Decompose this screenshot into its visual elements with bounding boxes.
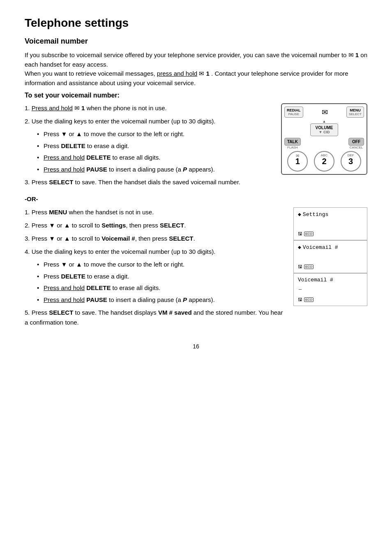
bullet-4-1: Press ▼ or ▲ to move the cursor to the l… [37,260,285,269]
intro-text-2: When you want to retrieve voicemail mess… [25,70,155,77]
or-step-3: 3. Press ▼ or ▲ to scroll to Voicemail #… [25,234,285,244]
step-1-numkey: 1 [81,104,85,111]
step-1-icon: ✉ [74,104,81,111]
screen-1-arrow: ◆ [298,211,301,218]
or-step-2-bold2: SELECT [160,222,184,229]
cid-label: ▼ CID [316,130,333,134]
phone-keypad-diagram: REDIAL PAUSE ✉ MENU SELECT ▲ VOLUME ▼ CI… [281,103,367,175]
bullet-list-2: Press ▼ or ▲ to move the cursor to the l… [37,130,273,174]
cancel-label: CANCEL [348,146,364,149]
step-1-hold: Press and hold [32,104,73,111]
talk-flash-btn: TALK FLASH [284,138,301,149]
lcd-screen-3: Voicemail # — 🖫 ECO [293,273,367,306]
step-1-after: when the phone is not in use. [87,104,167,111]
top-section: 1. Press and hold ✉ 1 when the phone is … [25,103,367,190]
or-step-1-bold: MENU [49,209,67,216]
intro-num-2: 1 [206,70,210,77]
step-3-bold: SELECT [49,179,73,186]
or-step-3-bold1: Voicemail # [101,235,135,242]
bullet-2-4: Press and hold PAUSE to insert a dialing… [37,165,273,174]
or-step-5: 5. Press SELECT to save. The handset dis… [25,308,285,327]
step-1-num: 1. [25,104,32,111]
bullet-2-1: Press ▼ or ▲ to move the cursor to the l… [37,130,273,139]
keypad-top-row: REDIAL PAUSE ✉ MENU SELECT [284,107,364,118]
off-btn: OFF [348,138,364,146]
key-3-btn: DEF 3 [341,151,361,172]
lcd-screens: ◆ Settings 🖫 ECO ◆ Voicemail # 🖫 ECO Voi… [293,207,367,306]
intro-icon-1: ✉ [348,51,354,58]
screen-1-top: ◆ Settings [298,211,363,218]
screen-3-cursor: — [299,287,363,292]
or-step-1: 1. Press MENU when the handset is not in… [25,207,285,217]
volume-area: ▲ VOLUME ▼ CID [284,119,364,136]
bullet-4-4: Press and hold PAUSE to insert a dialing… [37,295,285,305]
key-2-num: 2 [322,157,326,166]
talk-btn: TALK [284,138,301,146]
set-heading: To set your voicemail number: [25,92,367,99]
step-2: 2. Use the dialing keys to enter the voi… [25,116,273,126]
or-step-4: 4. Use the dialing keys to enter the voi… [25,247,285,257]
screen-1-eco-badge: ECO [304,232,314,236]
talk-off-row: TALK FLASH OFF CANCEL [284,138,364,149]
volume-label: VOLUME [316,125,333,130]
intro-text-1: If you subscribe to voicemail service of… [25,51,346,58]
step-1: 1. Press and hold ✉ 1 when the phone is … [25,103,273,113]
bullet-2-3: Press and hold DELETE to erase all digit… [37,153,273,162]
intro-paragraph: If you subscribe to voicemail service of… [25,51,367,88]
screen-3-bottom: 🖫 ECO [298,297,363,302]
menu-select-btn: MENU SELECT [346,107,364,118]
step-2-num: 2. Use the dialing keys to enter the voi… [25,118,215,125]
screen-2-arrow: ◆ [298,244,301,251]
volume-btn: VOLUME ▼ CID [310,123,339,136]
lcd-screen-1: ◆ Settings 🖫 ECO [293,207,367,240]
or-step-5-bold2: VM # saved [158,309,192,316]
numkey-row: ✉ 1 ABC 2 DEF 3 [284,151,364,172]
redial-label: REDIAL [287,108,301,112]
bullet-2-2: Press DELETE to erase a digit. [37,142,273,151]
screen-3-eco-icon: 🖫 [298,297,302,302]
step-3-after: to save. Then the handset dials the save… [75,179,240,186]
step-3-num: 3. Press [25,179,49,186]
steps-text: 1. Press and hold ✉ 1 when the phone is … [25,103,273,190]
screen-2-eco-icon: 🖫 [298,264,302,269]
bullet-list-4: Press ▼ or ▲ to move the cursor to the l… [37,260,285,304]
bullet-4-3: Press and hold DELETE to erase all digit… [37,283,285,293]
or-step-3-bold2: SELECT [169,235,193,242]
bullet-4-2: Press DELETE to erase a digit. [37,272,285,281]
key-2-sub: ABC [321,153,327,157]
intro-hold-text: press and hold [157,70,197,77]
screen-2-top: ◆ Voicemail # [298,244,363,251]
or-divider: -OR- [25,195,367,202]
page-number: 16 [25,343,367,350]
screen-2-bottom: 🖫 ECO [298,264,363,269]
envelope-top-icon: ✉ [322,108,328,117]
or-steps-text: 1. Press MENU when the handset is not in… [25,207,285,331]
key-1-sub: ✉ [296,153,299,158]
key-3-num: 3 [348,157,353,166]
pause-label: PAUSE [287,112,301,116]
section-heading: Voicemail number [25,37,367,46]
flash-label: FLASH [284,146,301,149]
redial-pause-btn: REDIAL PAUSE [284,107,303,118]
menu-label: MENU [349,108,362,112]
screen-3-text: Voicemail # [298,277,333,283]
screen-3-eco-badge: ECO [304,297,314,302]
screen-1-bottom: 🖫 ECO [298,231,363,237]
key-2-btn: ABC 2 [314,151,334,172]
screen-2-text: Voicemail # [303,244,338,251]
screen-1-text: Settings [303,211,328,218]
screen-1-eco-icon: 🖫 [298,231,302,237]
up-arrow-label: ▲ [323,119,326,123]
key-1-btn: ✉ 1 [287,151,308,172]
key-3-sub: DEF [348,153,354,157]
page-title: Telephone settings [25,16,367,30]
select-label: SELECT [349,112,362,116]
step-3: 3. Press SELECT to save. Then the handse… [25,177,273,187]
screen-2-eco-badge: ECO [304,265,314,269]
intro-icon-2: ✉ [199,70,204,77]
screen-3-top: Voicemail # [298,277,363,283]
or-section: 1. Press MENU when the handset is not in… [25,207,367,331]
lcd-screen-2: ◆ Voicemail # 🖫 ECO [293,240,367,273]
intro-num-1: 1 [355,51,361,58]
or-step-5-bold1: SELECT [49,309,73,316]
